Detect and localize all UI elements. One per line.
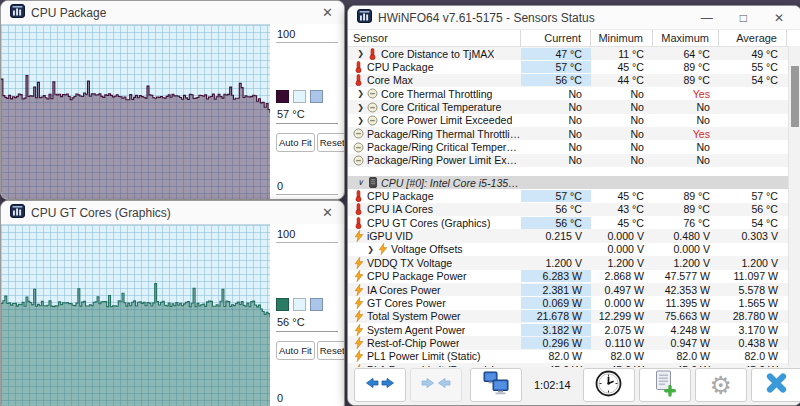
graph-scale-min: 0 [276, 179, 338, 195]
series-color-swatch[interactable] [276, 90, 289, 103]
minimum-value: No [591, 101, 653, 113]
close-icon[interactable]: ✕ [320, 206, 335, 219]
lightning-icon [352, 297, 365, 309]
sensor-row[interactable]: Package/Ring Thermal ThrottlingNoNoYes [348, 127, 800, 140]
sensor-row[interactable]: Total System Power21.678 W12.299 W75.663… [348, 310, 800, 323]
grid-color-swatch[interactable] [310, 90, 323, 103]
sensor-table: ❯Core Distance to TjMAX47 °C11 °C64 °C49… [348, 47, 800, 367]
clock-button[interactable] [583, 368, 635, 402]
graph-window-cpu-package[interactable]: CPU Package ✕ 100 57 °C Auto Fit Reset 0 [0, 0, 345, 200]
background-color-swatch[interactable] [293, 90, 306, 103]
main-titlebar[interactable]: HWiNFO64 v7.61-5175 - Sensors Status — □… [348, 6, 800, 30]
collapse-columns-button[interactable] [410, 368, 462, 402]
sensor-row[interactable]: CPU Package Power6.283 W2.868 W47.577 W1… [348, 270, 800, 283]
gauge-icon [352, 142, 365, 153]
sensor-row[interactable]: IA Cores Power2.381 W0.497 W42.353 W5.57… [348, 283, 800, 296]
current-value: No [521, 141, 591, 153]
expand-columns-button[interactable] [354, 368, 406, 402]
chevron-down-icon[interactable]: ∨ [355, 178, 366, 187]
sensor-row[interactable]: Package/Ring Power Limit ExceededNoNoNo [348, 154, 800, 167]
sensor-row[interactable]: VDDQ TX Voltage1.200 V1.200 V1.200 V1.20… [348, 256, 800, 269]
sensor-row[interactable]: Rest-of-Chip Power0.296 W0.110 W0.947 W0… [348, 336, 800, 349]
background-color-swatch[interactable] [293, 298, 306, 311]
column-header-sensor[interactable]: Sensor [348, 30, 521, 46]
sensor-name: VDDQ TX Voltage [367, 257, 452, 269]
close-icon[interactable]: ✕ [774, 12, 784, 24]
chevron-right-icon[interactable]: ❯ [355, 103, 366, 112]
temperature-graph [1, 24, 270, 199]
sensor-group-header-row[interactable]: ∨CPU [#0]: Intel Core i5-13500H: En... [348, 176, 800, 189]
sensor-row[interactable]: CPU GT Cores (Graphics)56 °C45 °C76 °C54… [348, 216, 800, 229]
lightning-icon [352, 337, 365, 349]
average-value: 54 °C [719, 74, 787, 86]
minimum-value: 0.000 V [591, 243, 653, 255]
minimum-value: 2.868 W [591, 270, 653, 282]
chevron-right-icon[interactable]: ❯ [355, 116, 366, 125]
column-header-minimum[interactable]: Minimum [591, 30, 653, 46]
close-icon[interactable]: ✕ [320, 6, 335, 19]
minimum-value: 12.299 W [591, 310, 653, 322]
maximize-icon[interactable]: □ [740, 12, 747, 24]
sensor-row[interactable]: ❯Core Thermal ThrottlingNoNoYes [348, 87, 800, 100]
remote-monitoring-button[interactable] [470, 368, 522, 402]
column-header-average[interactable]: Average [719, 30, 787, 46]
graph-window-titlebar[interactable]: CPU GT Cores (Graphics) ✕ [1, 201, 344, 224]
vertical-scrollbar[interactable] [788, 46, 800, 366]
maximum-value: 64 °C [653, 48, 719, 60]
graph-window-gt-cores[interactable]: CPU GT Cores (Graphics) ✕ 100 56 °C Auto… [0, 200, 345, 406]
minimize-icon[interactable]: — [701, 12, 713, 24]
maximum-value: 89 °C [653, 61, 719, 73]
column-header-current[interactable]: Current [521, 30, 591, 46]
graph-window-titlebar[interactable]: CPU Package ✕ [1, 1, 344, 24]
graph-scale-max: 100 [276, 227, 338, 243]
minimum-value: 44 °C [591, 74, 653, 86]
minimum-value: 11 °C [591, 48, 653, 60]
minimum-value: 45 °C [591, 217, 653, 229]
close-sensors-button[interactable] [751, 368, 800, 402]
status-bar: 1:02:14 ⚙ [348, 364, 800, 405]
current-value: 1.200 V [521, 257, 591, 269]
sensor-row[interactable]: ❯Core Critical TemperatureNoNoNo [348, 100, 800, 113]
table-header-row[interactable]: Sensor Current Minimum Maximum Average [348, 30, 800, 47]
sensor-row[interactable]: CPU Package57 °C45 °C89 °C55 °C [348, 60, 800, 73]
sensor-name: Core Max [367, 74, 413, 86]
hwinfo-sensors-window[interactable]: HWiNFO64 v7.61-5175 - Sensors Status — □… [347, 5, 800, 406]
sensor-row[interactable]: PL1 Power Limit (Static)82.0 W82.0 W82.0… [348, 350, 800, 363]
current-value: No [521, 88, 591, 100]
column-header-maximum[interactable]: Maximum [653, 30, 719, 46]
chip-icon [366, 177, 379, 188]
current-value: 47 °C [521, 48, 591, 60]
arrows-inward-icon [421, 376, 451, 394]
sensor-row[interactable]: iGPU VID0.215 V0.000 V0.480 V0.303 V [348, 229, 800, 242]
scrollbar-thumb[interactable] [791, 66, 799, 127]
main-window-title: HWiNFO64 v7.61-5175 - Sensors Status [378, 11, 695, 25]
current-value: 56 °C [521, 74, 591, 86]
sensor-row[interactable]: Package/Ring Critical TemperatureNoNoNo [348, 140, 800, 153]
sensor-row[interactable]: CPU Package57 °C45 °C89 °C57 °C [348, 189, 800, 202]
sensor-row[interactable]: PL1 Power Limit (Dynamic)45.0 W45.0 W45.… [348, 363, 800, 367]
sensor-row[interactable]: GT Cores Power0.069 W0.000 W11.395 W1.56… [348, 296, 800, 309]
auto-fit-button[interactable]: Auto Fit [276, 133, 315, 152]
chevron-right-icon[interactable]: ❯ [355, 49, 366, 58]
auto-fit-button[interactable]: Auto Fit [276, 341, 315, 360]
grid-color-swatch[interactable] [310, 298, 323, 311]
sensor-row[interactable]: System Agent Power3.182 W2.075 W4.248 W3… [348, 323, 800, 336]
chevron-right-icon[interactable]: ❯ [355, 89, 366, 98]
sensor-row[interactable]: CPU IA Cores56 °C43 °C89 °C56 °C [348, 203, 800, 216]
chevron-right-icon[interactable]: ❯ [365, 245, 376, 254]
sensor-name: Core Thermal Throttling [381, 88, 492, 100]
sensor-row[interactable]: Core Max56 °C44 °C89 °C54 °C [348, 74, 800, 87]
minimum-value: No [591, 128, 653, 140]
series-color-swatch[interactable] [276, 298, 289, 311]
reset-button[interactable]: Reset [317, 341, 345, 360]
report-button[interactable] [639, 368, 691, 402]
reset-button[interactable]: Reset [317, 133, 345, 152]
maximum-value: No [653, 141, 719, 153]
maximum-value: 89 °C [653, 190, 719, 202]
sensor-row[interactable]: ❯Voltage Offsets0.000 V0.000 V [348, 243, 800, 256]
blue-x-icon [764, 371, 789, 399]
current-value: 0.069 W [521, 297, 591, 309]
sensor-row[interactable]: ❯Core Distance to TjMAX47 °C11 °C64 °C49… [348, 47, 800, 60]
sensor-row[interactable]: ❯Core Power Limit ExceededNoNoNo [348, 114, 800, 127]
settings-button[interactable]: ⚙ [695, 368, 747, 402]
